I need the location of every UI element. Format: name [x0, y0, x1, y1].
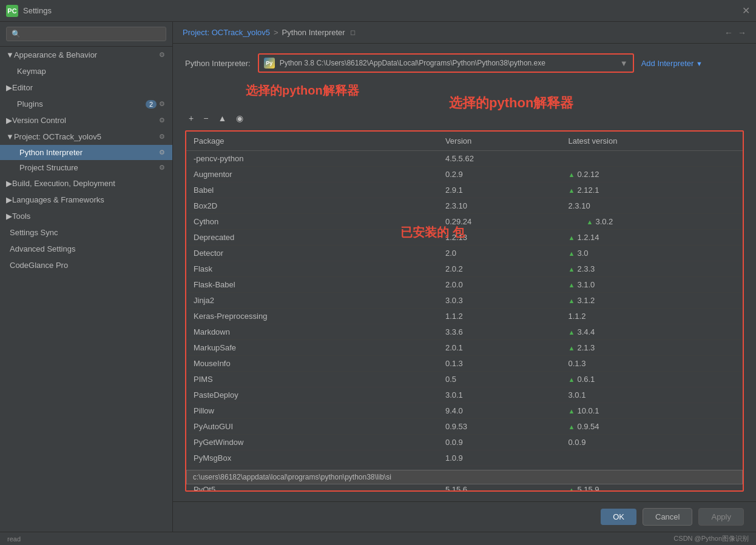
path-tooltip: c:\users\86182\appdata\local\programs\py… — [186, 470, 743, 484]
annotation-row: 选择的python解释器 — [185, 82, 744, 105]
table-row[interactable]: Babel 2.9.1 ▲2.12.1 — [186, 182, 743, 198]
sidebar-item-label: Advanced Settings — [10, 244, 75, 253]
title-bar: PC Settings ✕ — [0, 0, 756, 22]
settings-window: PC Settings ✕ ▼ Appearance & Behavior ⚙ … — [0, 0, 756, 545]
update-arrow: ▲ — [569, 187, 575, 194]
table-row[interactable]: Markdown 3.3.6 ▲3.4.4 — [186, 324, 743, 340]
package-latest — [561, 450, 743, 466]
up-arrow-button[interactable]: ▲ — [214, 111, 230, 125]
update-arrow: ▲ — [569, 423, 575, 430]
add-package-button[interactable]: + — [185, 111, 197, 125]
sidebar: ▼ Appearance & Behavior ⚙ Keymap ▶ Edito… — [0, 22, 173, 532]
package-version: 3.0.1 — [438, 387, 561, 403]
remove-package-button[interactable]: − — [200, 111, 212, 125]
package-name: Cython — [186, 214, 438, 230]
search-input[interactable] — [6, 27, 166, 41]
table-row[interactable]: Jinja2 3.0.3 ▲3.1.2 — [186, 293, 743, 309]
table-row[interactable]: Cython 0.29.24 ▲3.0.2 — [186, 214, 743, 230]
sidebar-item-label: CodeGlance Pro — [10, 261, 68, 270]
package-name: PyAutoGUI — [186, 419, 438, 435]
update-arrow: ▲ — [569, 376, 575, 383]
sidebar-item-codeglance[interactable]: CodeGlance Pro — [0, 257, 172, 273]
sidebar-item-appearance[interactable]: ▼ Appearance & Behavior ⚙ — [0, 47, 172, 63]
sidebar-item-label: Keymap — [17, 67, 46, 76]
update-arrow: ▲ — [569, 486, 575, 492]
table-row[interactable]: Augmentor 0.2.9 ▲0.2.12 — [186, 167, 743, 182]
cancel-button[interactable]: Cancel — [643, 508, 692, 526]
panel-content: Python Interpreter: Py Python 3.8 C:\Use… — [173, 44, 756, 501]
update-arrow: ▲ — [587, 218, 593, 226]
table-row[interactable]: Detector 2.0 ▲3.0 — [186, 246, 743, 261]
table-row[interactable]: -pencv-python 4.5.5.62 — [186, 151, 743, 167]
sidebar-item-label: Python Interpreter — [19, 148, 83, 157]
table-row[interactable]: Flask-Babel 2.0.0 ▲3.1.0 — [186, 277, 743, 293]
package-latest: 2.3.10 — [561, 198, 743, 214]
expand-arrow: ▼ — [6, 132, 14, 141]
package-version: 0.9.53 — [438, 419, 561, 435]
ok-button[interactable]: OK — [601, 509, 636, 525]
window-title: Settings — [23, 6, 52, 15]
package-latest: ▲0.2.12 — [561, 167, 743, 182]
sidebar-item-tools[interactable]: ▶ Tools — [0, 208, 172, 224]
sidebar-item-languages[interactable]: ▶ Languages & Frameworks — [0, 192, 172, 208]
breadcrumb-separator: > — [274, 28, 278, 37]
interpreter-dropdown[interactable]: Py Python 3.8 C:\Users\86182\AppData\Loc… — [258, 53, 634, 73]
package-version: 2.0.1 — [438, 340, 561, 356]
sidebar-item-keymap[interactable]: Keymap — [0, 63, 172, 79]
nav-forward[interactable]: → — [738, 28, 746, 38]
table-row[interactable]: PyMsgBox 1.0.9 — [186, 450, 743, 466]
right-panel: Project: OCTrack_yolov5 > Python Interpr… — [173, 22, 756, 532]
expand-arrow: ▶ — [6, 179, 12, 188]
table-row[interactable]: MarkupSafe 2.0.1 ▲2.1.3 — [186, 340, 743, 356]
table-row[interactable]: Deprecated 1.2.13 ▲1.2.14 — [186, 230, 743, 246]
table-row[interactable]: Box2D 2.3.10 2.3.10 — [186, 198, 743, 214]
table-body: -pencv-python 4.5.5.62 Augmentor 0.2.9 ▲… — [186, 151, 743, 492]
watermark: CSDN @Python图像识别 — [673, 534, 749, 543]
close-button[interactable]: ✕ — [742, 5, 750, 16]
sidebar-item-advanced[interactable]: Advanced Settings — [0, 241, 172, 257]
app-icon: PC — [6, 5, 18, 17]
package-name: Jinja2 — [186, 293, 438, 309]
python-icon: Py — [264, 58, 275, 69]
table-row[interactable]: MouseInfo 0.1.3 0.1.3 — [186, 356, 743, 372]
package-latest: ▲3.1.0 — [561, 277, 743, 293]
sidebar-item-python-interpreter[interactable]: Python Interpreter ⚙ — [0, 145, 172, 160]
apply-button[interactable]: Apply — [698, 508, 744, 526]
sidebar-item-editor[interactable]: ▶ Editor — [0, 79, 172, 96]
package-latest: ▲2.3.3 — [561, 261, 743, 277]
package-latest: ▲3.0 — [561, 246, 743, 261]
bottom-bar: OK Cancel Apply — [173, 501, 756, 532]
package-version: 2.3.10 — [438, 198, 561, 214]
table-row[interactable]: PyGetWindow 0.0.9 0.0.9 — [186, 435, 743, 450]
status-text: read — [7, 535, 21, 543]
table-row[interactable]: PyAutoGUI 0.9.53 ▲0.9.54 — [186, 419, 743, 435]
nav-back[interactable]: ← — [724, 28, 733, 38]
toolbar: + − ▲ ◉ — [185, 111, 744, 125]
package-version: 2.0 — [438, 246, 561, 261]
table-row[interactable]: Keras-Preprocessing 1.1.2 1.1.2 — [186, 309, 743, 324]
show-details-button[interactable]: ◉ — [232, 111, 247, 125]
update-arrow: ▲ — [569, 344, 575, 352]
expand-arrow: ▶ — [6, 195, 12, 204]
breadcrumb-project[interactable]: Project: OCTrack_yolov5 — [183, 28, 270, 37]
sidebar-item-project[interactable]: ▼ Project: OCTrack_yolov5 ⚙ — [0, 129, 172, 145]
interpreter-label: Python Interpreter: — [185, 59, 251, 68]
add-interpreter-button[interactable]: Add Interpreter ▼ — [641, 59, 703, 68]
table-row[interactable]: PasteDeploy 3.0.1 3.0.1 — [186, 387, 743, 403]
add-interpreter-arrow: ▼ — [696, 60, 703, 67]
update-arrow: ▲ — [569, 266, 575, 273]
table-row[interactable]: Flask 2.0.2 ▲2.3.3 — [186, 261, 743, 277]
sidebar-item-build[interactable]: ▶ Build, Execution, Deployment — [0, 175, 172, 192]
table-row[interactable]: Pillow 9.4.0 ▲10.0.1 — [186, 403, 743, 419]
sidebar-item-label: Build, Execution, Deployment — [12, 179, 115, 188]
sidebar-item-plugins[interactable]: Plugins 2 ⚙ — [0, 96, 172, 112]
package-name: PyGetWindow — [186, 435, 438, 450]
table-row[interactable]: PIMS 0.5 ▲0.6.1 — [186, 372, 743, 387]
sidebar-settings-icon: ⚙ — [159, 51, 165, 59]
interpreter-path: Python 3.8 C:\Users\86182\AppData\Local\… — [280, 59, 615, 67]
sidebar-item-version-control[interactable]: ▶ Version Control ⚙ — [0, 112, 172, 129]
sidebar-item-settings-sync[interactable]: Settings Sync — [0, 224, 172, 241]
sidebar-item-project-structure[interactable]: Project Structure ⚙ — [0, 160, 172, 175]
package-latest: 3.0.1 — [561, 387, 743, 403]
package-name: Flask — [186, 261, 438, 277]
